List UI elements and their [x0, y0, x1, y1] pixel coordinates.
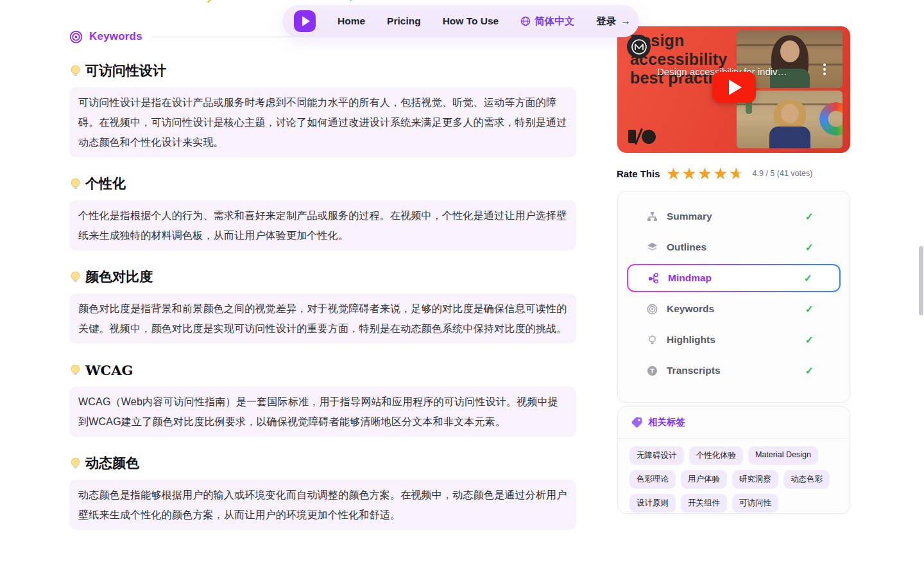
keyword-title-text: 个性化: [85, 175, 126, 193]
keyword-title-text: WCAG: [85, 362, 133, 378]
video-menu-icon[interactable]: [823, 64, 826, 75]
check-icon: ✓: [805, 334, 814, 346]
keyword-description: WCAG（Web内容可访问性指南）是一套国际标准，用于指导网站和应用程序的可访问…: [69, 387, 576, 437]
keyword-description: 个性化是指根据个人的行为、需求和喜好来定制产品或服务的过程。在视频中，个性化是通…: [69, 200, 576, 250]
transcript-icon: [646, 365, 658, 376]
menu-label: Highlights: [667, 334, 796, 346]
presenter-1: [767, 35, 812, 88]
menu-item-mindmap[interactable]: Mindmap ✓: [627, 264, 841, 292]
menu-label: Mindmap: [668, 272, 795, 284]
tag-pill[interactable]: 色彩理论: [629, 470, 676, 489]
clipped-mindmap-fragment: [205, 0, 353, 3]
tag-pill[interactable]: Material Design: [748, 446, 818, 465]
rating-score-text: 4.9 / 5 (41 votes): [753, 169, 813, 178]
bullseye-icon: [646, 303, 658, 315]
section-menu-card: Summary ✓ Outlines ✓ Min: [617, 191, 850, 403]
menu-label: Outlines: [667, 241, 796, 253]
menu-label: Summary: [667, 211, 796, 222]
keyword-heading: 颜色对比度: [69, 268, 576, 286]
menu-label: Keywords: [667, 303, 796, 315]
menu-item-summary[interactable]: Summary ✓: [626, 201, 842, 232]
layers-icon: [646, 241, 658, 253]
tag-icon: [631, 416, 643, 428]
related-tags-title: 相关标签: [648, 416, 685, 428]
play-icon: [302, 16, 310, 26]
keyword-title-text: 可访问性设计: [85, 62, 166, 80]
tag-pill[interactable]: 开关组件: [681, 494, 727, 512]
keyword-description: 动态颜色是指能够根据用户的输入或环境变化而自动调整的颜色方案。在视频中，动态颜色…: [69, 480, 576, 530]
related-tags-card: 相关标签 无障碍设计 个性化体验 Material Design 色彩理论 用户…: [617, 406, 850, 514]
language-switcher[interactable]: 简体中文: [520, 15, 574, 28]
keyword-heading: 可访问性设计: [69, 62, 576, 80]
app-logo[interactable]: [294, 10, 316, 32]
yellow-connector-arc: [208, 0, 225, 3]
tag-pill[interactable]: 个性化体验: [689, 446, 744, 465]
color-wheel-decoration: [819, 102, 843, 136]
menu-item-transcripts[interactable]: Transcripts ✓: [626, 355, 842, 386]
keyword-heading: 个性化: [69, 175, 576, 193]
stars-filled: ★★★★★: [667, 166, 739, 182]
keyword-heading: 动态颜色: [69, 454, 576, 472]
lightbulb-icon: [69, 457, 81, 469]
related-tags-header: 相关标签: [618, 407, 850, 439]
menu-item-keywords[interactable]: Keywords ✓: [626, 293, 842, 324]
mindmap-icon: [647, 272, 659, 284]
nav-home[interactable]: Home: [338, 15, 365, 27]
tag-pill[interactable]: 研究洞察: [732, 470, 778, 489]
check-icon: ✓: [804, 272, 812, 285]
presenter-2: [767, 100, 812, 148]
tag-pill[interactable]: 动态色彩: [783, 470, 830, 489]
menu-item-highlights[interactable]: Highlights ✓: [626, 324, 842, 355]
lightbulb-icon: [69, 178, 81, 190]
keyword-description: 颜色对比度是指背景和前景颜色之间的视觉差异，对于视觉障碍者来说，足够的对比度是确…: [69, 293, 576, 344]
sitemap-icon: [646, 211, 658, 222]
lightbulb-icon: [69, 65, 81, 77]
tag-pill[interactable]: 可访问性: [732, 494, 778, 512]
scrollbar-thumb[interactable]: [919, 246, 923, 315]
tag-pill[interactable]: 用户体验: [681, 470, 727, 489]
tag-pill[interactable]: 设计原则: [629, 494, 676, 512]
lightbulb-icon: [646, 334, 658, 346]
check-icon: ✓: [805, 365, 814, 377]
menu-item-outlines[interactable]: Outlines ✓: [626, 232, 842, 263]
keyword-title-text: 颜色对比度: [85, 268, 153, 286]
menu-label: Transcripts: [667, 365, 796, 376]
star-rating[interactable]: ★★★★★ ★★★★★: [667, 166, 745, 182]
nav-pricing[interactable]: Pricing: [387, 15, 421, 27]
rate-this-label: Rate This: [617, 168, 660, 179]
play-icon: [729, 80, 742, 95]
keyword-heading: WCAG: [69, 361, 576, 379]
keywords-panel-title: Keywords: [89, 30, 142, 43]
keyword-title-text: 动态颜色: [85, 454, 139, 472]
rating-row: Rate This ★★★★★ ★★★★★ 4.9 / 5 (41 votes): [617, 164, 850, 182]
bullseye-icon: [69, 30, 83, 44]
material-m-icon: [627, 35, 651, 58]
login-label: 登录: [596, 15, 616, 28]
keywords-panel: Keywords 可访问性设计 可访问性设计是指在设计产品或服务时考虑到不同能力…: [69, 29, 576, 530]
lightbulb-icon: [69, 364, 81, 376]
check-icon: ✓: [805, 241, 814, 254]
youtube-play-button[interactable]: [712, 72, 756, 103]
language-label: 简体中文: [535, 15, 574, 28]
login-button[interactable]: 登录 →: [596, 15, 631, 28]
top-nav: Home Pricing How To Use 简体中文 登录 →: [282, 5, 639, 37]
lightbulb-icon: [69, 271, 81, 283]
tag-pill[interactable]: 无障碍设计: [629, 446, 684, 465]
check-icon: ✓: [805, 211, 814, 223]
globe-icon: [520, 16, 531, 26]
check-icon: ✓: [805, 303, 814, 315]
page: Home Pricing How To Use 简体中文 登录 → Keywor…: [0, 0, 924, 578]
nav-how-to-use[interactable]: How To Use: [443, 15, 499, 27]
youtube-video-player[interactable]: Design accessibility best practices Desi…: [617, 26, 850, 153]
keyword-description: 可访问性设计是指在设计产品或服务时考虑到不同能力水平的所有人，包括视觉、听觉、运…: [69, 87, 576, 157]
tags-list: 无障碍设计 个性化体验 Material Design 色彩理论 用户体验 研究…: [618, 439, 850, 520]
arrow-right-icon: →: [620, 15, 631, 27]
google-io-logo: [628, 128, 656, 145]
